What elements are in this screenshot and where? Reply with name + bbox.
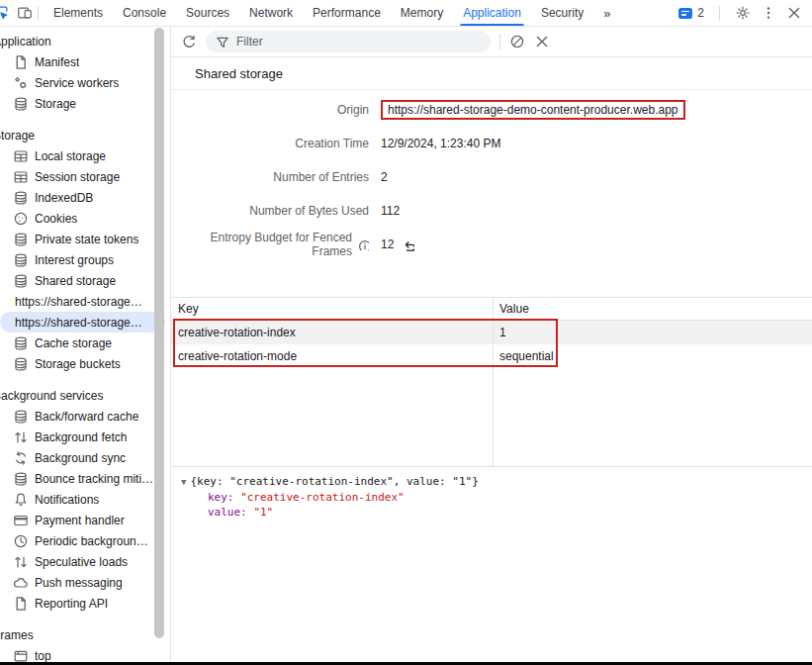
cloud-icon: [13, 575, 29, 591]
device-toolbar-icon[interactable]: [17, 5, 33, 21]
meta-label: Number of Entries: [171, 170, 381, 184]
kebab-menu-icon[interactable]: [761, 5, 776, 21]
tab-security[interactable]: Security: [531, 0, 593, 26]
database-icon: [13, 409, 29, 425]
delete-selected-icon[interactable]: [534, 34, 550, 49]
filter-funnel-icon: [215, 35, 228, 48]
meta-row-bytes-used: Number of Bytes Used 112: [171, 194, 812, 228]
sidebar-item-label: Session storage: [35, 170, 120, 184]
section-title: Application: [0, 32, 170, 51]
sidebar-item-label: Reporting API: [35, 597, 108, 611]
settings-gear-icon[interactable]: [735, 5, 751, 21]
sidebar-item-speculative-loads[interactable]: Speculative loads: [0, 551, 170, 572]
tab-console[interactable]: Console: [113, 0, 176, 26]
grid-header-row: Key Value: [171, 298, 812, 321]
entries-count-value: 2: [381, 170, 388, 184]
refresh-icon[interactable]: [181, 34, 197, 49]
metadata-report: Origin https://shared-storage-demo-conte…: [171, 90, 812, 261]
expander-triangle-icon[interactable]: ▼: [181, 477, 186, 487]
filter-box[interactable]: [206, 31, 491, 52]
table-row[interactable]: creative-rotation-mode sequential: [171, 344, 812, 368]
column-divider[interactable]: [493, 298, 494, 466]
document-icon: [13, 54, 29, 70]
preview-property: value: "1": [181, 505, 812, 520]
sidebar-item-indexeddb[interactable]: IndexedDB: [0, 187, 170, 208]
meta-label: Entropy Budget for Fenced Frames: [171, 231, 352, 258]
origin-value-annotated: https://shared-storage-demo-content-prod…: [381, 100, 685, 120]
meta-label: Origin: [171, 103, 381, 117]
sidebar-item-label: Cookies: [35, 212, 77, 226]
sidebar-item-label: Local storage: [35, 149, 106, 163]
tab-sources[interactable]: Sources: [176, 0, 239, 26]
meta-row-entropy-budget: Entropy Budget for Fenced Frames 12: [171, 228, 812, 261]
sidebar-item-private-state-tokens[interactable]: Private state tokens: [0, 229, 170, 249]
sidebar-section-storage: Storage Local storage Session storage In…: [0, 126, 170, 374]
preview-summary-line: ▼{key: "creative-rotation-index", value:…: [181, 474, 812, 490]
database-icon: [13, 356, 29, 372]
sidebar-item-notifications[interactable]: Notifications: [0, 489, 170, 510]
sidebar-item-label: Notifications: [35, 493, 99, 507]
up-down-arrows-icon: [13, 429, 29, 445]
clear-block-icon[interactable]: [509, 34, 525, 49]
more-tabs-chevron[interactable]: »: [593, 0, 620, 26]
entropy-budget-value: 12: [381, 238, 394, 251]
reset-budget-icon[interactable]: [402, 238, 414, 251]
row-value: sequential: [493, 349, 812, 363]
sidebar-item-session-storage[interactable]: Session storage: [0, 166, 170, 187]
toolbar-divider: [38, 6, 39, 21]
cookie-icon: [13, 211, 29, 227]
sidebar-item-shared-storage-origin-1[interactable]: https://shared-storage…: [0, 291, 170, 312]
table-icon: [13, 148, 29, 164]
sidebar-item-shared-storage-origin-2-selected[interactable]: https://shared-storage…: [0, 312, 165, 332]
close-devtools-icon[interactable]: [786, 5, 802, 21]
column-header-key[interactable]: Key: [171, 302, 493, 316]
application-sidebar: Application Manifest Service workers Sto…: [0, 26, 171, 665]
property-value: "1": [253, 506, 273, 519]
property-value: "creative-rotation-index": [240, 491, 405, 504]
sidebar-item-payment-handler[interactable]: Payment handler: [0, 510, 170, 530]
sidebar-item-local-storage[interactable]: Local storage: [0, 145, 170, 166]
tab-network[interactable]: Network: [239, 0, 303, 26]
sidebar-item-bounce-tracking-mitigations[interactable]: Bounce tracking miti…: [0, 468, 170, 489]
sidebar-item-label: https://shared-storage…: [15, 295, 142, 309]
info-icon[interactable]: [357, 238, 369, 250]
sidebar-item-cache-storage[interactable]: Cache storage: [0, 332, 170, 353]
table-row[interactable]: creative-rotation-index 1: [171, 321, 812, 344]
sidebar-item-label: Speculative loads: [35, 555, 128, 569]
preview-summary: {key: "creative-rotation-index", value: …: [190, 475, 478, 488]
row-key: creative-rotation-mode: [171, 349, 493, 363]
sidebar-item-service-workers[interactable]: Service workers: [0, 72, 170, 93]
meta-label: Creation Time: [171, 137, 381, 150]
issues-counter[interactable]: 2: [678, 6, 704, 20]
table-icon: [13, 169, 29, 185]
sidebar-item-background-fetch[interactable]: Background fetch: [0, 427, 170, 447]
database-icon: [13, 273, 29, 289]
tab-performance[interactable]: Performance: [303, 0, 391, 26]
toolbar-divider: [499, 34, 500, 49]
sidebar-item-cookies[interactable]: Cookies: [0, 208, 170, 229]
tab-memory[interactable]: Memory: [391, 0, 453, 26]
sidebar-item-background-sync[interactable]: Background sync: [0, 447, 170, 468]
sidebar-item-manifest[interactable]: Manifest: [0, 51, 170, 72]
preview-property: key: "creative-rotation-index": [181, 490, 812, 505]
sidebar-item-storage[interactable]: Storage: [0, 93, 170, 114]
toolbar-divider: [719, 6, 720, 21]
inspect-element-icon[interactable]: [0, 5, 9, 21]
sidebar-item-storage-buckets[interactable]: Storage buckets: [0, 353, 170, 374]
sidebar-section-application: Application Manifest Service workers Sto…: [0, 32, 170, 114]
tab-elements[interactable]: Elements: [44, 0, 113, 26]
sidebar-item-push-messaging[interactable]: Push messaging: [0, 572, 170, 593]
sidebar-item-back-forward-cache[interactable]: Back/forward cache: [0, 406, 170, 427]
meta-label: Number of Bytes Used: [171, 204, 381, 218]
sidebar-item-label: Periodic backgroun…: [35, 534, 148, 548]
filter-input[interactable]: [234, 34, 482, 49]
tab-application[interactable]: Application: [453, 0, 531, 26]
sidebar-item-periodic-background-sync[interactable]: Periodic backgroun…: [0, 530, 170, 551]
sidebar-item-interest-groups[interactable]: Interest groups: [0, 249, 170, 270]
sidebar-item-shared-storage[interactable]: Shared storage: [0, 270, 170, 291]
sidebar-item-reporting-api[interactable]: Reporting API: [0, 593, 170, 614]
database-icon: [13, 190, 29, 206]
sidebar-scrollbar-thumb[interactable]: [154, 28, 164, 638]
row-key: creative-rotation-index: [171, 326, 493, 339]
column-header-value[interactable]: Value: [493, 302, 812, 316]
